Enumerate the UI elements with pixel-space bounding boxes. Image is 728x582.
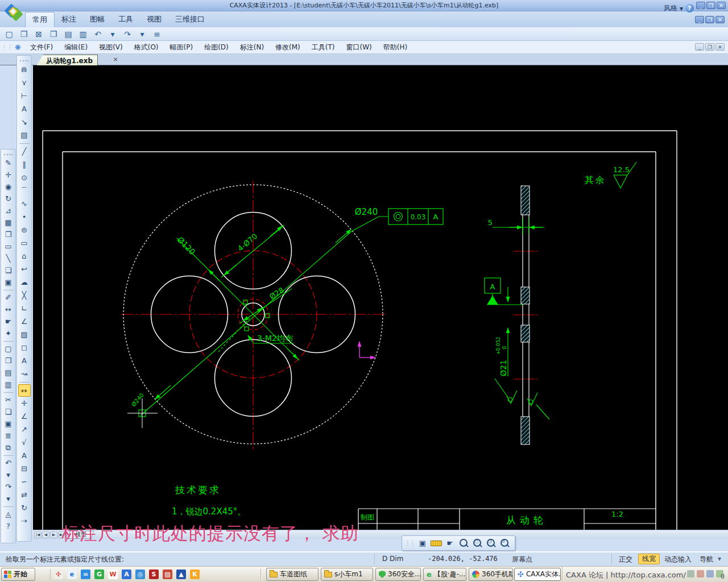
leader-icon[interactable]: ↝ xyxy=(18,368,31,380)
arrow-text-icon[interactable]: ⇢ xyxy=(18,515,31,527)
tray-icon[interactable] xyxy=(706,570,714,577)
toolbar-grip[interactable] xyxy=(4,154,13,155)
doc-alert-icon[interactable]: ◬ xyxy=(2,509,15,520)
new-doc-icon[interactable]: ▢ xyxy=(3,30,15,39)
document-close-icon[interactable]: × xyxy=(111,56,119,64)
style-dropdown[interactable]: 风格 ▾ ? xyxy=(664,3,694,13)
menu-item-1[interactable]: 文件(F) xyxy=(24,41,59,54)
save-file-icon[interactable]: ▤ xyxy=(2,367,15,379)
spline-icon[interactable]: ∿ xyxy=(18,198,31,210)
doc-minimize-button[interactable]: _ xyxy=(695,43,704,51)
redo-more-icon[interactable]: ▾ xyxy=(2,493,15,505)
zoom-all-icon[interactable]: ❏ xyxy=(485,538,497,549)
solidworks-icon[interactable]: S xyxy=(149,569,159,579)
doc-close-button[interactable]: ✕ xyxy=(715,43,725,51)
redo-icon[interactable]: ↷ xyxy=(2,481,15,493)
measure-ruler-icon[interactable] xyxy=(431,541,442,546)
hatch-icon[interactable]: ▨ xyxy=(18,329,31,341)
menu-item-9[interactable]: 工具(T) xyxy=(306,41,341,54)
dim-edit-icon[interactable]: ✐ xyxy=(2,292,15,304)
command-prompt[interactable]: 拾取另一个标注元素或指定尺寸线位置: xyxy=(6,555,124,564)
taskbar-button-app-caxa[interactable]: ✣CAXA实体... xyxy=(514,568,561,581)
quick-dim-icon[interactable]: ⊢ xyxy=(18,90,31,102)
help-icon[interactable]: ? xyxy=(685,4,694,13)
document-tab[interactable]: 从动轮g1.exb xyxy=(36,55,98,65)
taskbar-button-folder-lane-drawings[interactable]: 车道图纸 xyxy=(266,568,318,581)
redo-dropdown-icon[interactable]: ▾ xyxy=(136,30,148,39)
smart-dim-icon[interactable]: ↔ xyxy=(18,384,31,397)
toolbar-grip[interactable] xyxy=(20,60,28,61)
construction-line-icon[interactable]: ╳ xyxy=(18,289,31,302)
menu-item-4[interactable]: 格式(O) xyxy=(129,41,164,54)
layers-icon[interactable]: ≣ xyxy=(2,430,15,442)
dynamic-input-toggle[interactable]: 动态输入 xyxy=(664,555,692,564)
customize-icon[interactable]: ≡ xyxy=(151,30,163,39)
blue-app-icon[interactable]: ▲ xyxy=(176,569,186,579)
undo-more-icon[interactable]: ▾ xyxy=(2,469,15,481)
copy-icon[interactable]: ❏ xyxy=(2,406,15,418)
swirl-app-icon[interactable]: ◎ xyxy=(135,569,145,579)
menu-grip[interactable]: ⋮⋮ xyxy=(2,44,13,51)
stamp-tool-icon[interactable]: ✦ xyxy=(2,328,15,339)
zoom-window-icon[interactable]: ▢ xyxy=(471,538,483,549)
compass-a-icon[interactable]: A xyxy=(122,569,131,579)
display-settings-icon[interactable]: ▣ xyxy=(417,538,428,549)
snap-magnet-icon[interactable]: ⋒ xyxy=(18,64,31,76)
nav-dropdown-icon[interactable]: ▾ xyxy=(718,555,721,563)
ortho-toggle[interactable]: 正交 xyxy=(619,555,632,564)
ribbon-close-button[interactable]: ✕ xyxy=(715,16,725,23)
array-icon[interactable]: ▦ xyxy=(2,217,15,228)
undo-icon[interactable]: ↶ xyxy=(2,458,15,469)
close-button[interactable]: ✕ xyxy=(717,2,726,9)
antivirus-pinwheel-icon[interactable]: ✣ xyxy=(53,569,63,579)
solidworks-docs-icon[interactable]: ▨ xyxy=(163,569,172,579)
menu-item-2[interactable]: 编辑(E) xyxy=(59,41,93,54)
print-icon[interactable]: ▥ xyxy=(77,30,89,39)
stretch-icon[interactable]: ▭ xyxy=(2,241,15,252)
menu-item-11[interactable]: 帮助(H) xyxy=(378,41,413,54)
word-w-icon[interactable]: W xyxy=(108,569,118,579)
hook-curve-icon[interactable]: ↩ xyxy=(18,263,31,276)
toolbar-grip[interactable]: ⋮⋮ xyxy=(404,539,415,547)
split-curve-icon[interactable]: ⋎ xyxy=(18,77,31,89)
leader-text-icon[interactable]: ↗ xyxy=(18,423,31,436)
balloon-icon[interactable]: ⊟ xyxy=(18,463,31,475)
pick-hand-icon[interactable]: ☛ xyxy=(2,316,15,327)
label-tag-icon[interactable]: ◻ xyxy=(18,342,31,354)
ribbon-tab-6[interactable]: 三维接口 xyxy=(168,12,212,27)
datum-icon[interactable]: A xyxy=(18,450,31,462)
parallel-line-icon[interactable]: ∥ xyxy=(18,159,31,171)
browser-360-icon[interactable]: ∞ xyxy=(81,569,90,579)
sheet-note-icon[interactable]: ▤ xyxy=(18,129,31,142)
menu-item-10[interactable]: 窗口(W) xyxy=(341,41,378,54)
title-bar[interactable]: CAXA实体设计2013 - [E:\student\无碳小车\无碳小车2011… xyxy=(0,0,728,11)
zoom-back-icon[interactable]: ↺ xyxy=(499,538,510,549)
drawing-canvas[interactable]: Ø240 0.03 A Ø120 4-Ø70 Ø28 3-M2均布 Ø240 5… xyxy=(33,65,728,530)
chamfer-dim-icon[interactable]: ∠ xyxy=(18,410,31,423)
check-dim-icon[interactable]: √ xyxy=(18,436,31,449)
open-file-icon[interactable]: ❒ xyxy=(2,355,15,367)
text-icon[interactable]: A xyxy=(18,103,31,115)
nav-toggle[interactable]: 导航 xyxy=(700,555,713,564)
start-button[interactable]: 开始 xyxy=(1,568,35,581)
screen-point-toggle[interactable]: 屏幕点 xyxy=(512,555,532,564)
ribbon-restore-button[interactable]: ❐ xyxy=(705,16,714,23)
close-doc-icon[interactable]: ⊠ xyxy=(33,30,44,39)
zoom-dynamic-icon[interactable] xyxy=(458,538,469,549)
redo-icon[interactable]: ↷ xyxy=(122,30,133,39)
ribbon-minimize-button[interactable]: _ xyxy=(695,16,704,23)
text-block-icon[interactable]: A xyxy=(18,355,31,367)
paste-icon[interactable]: ▣ xyxy=(2,418,15,430)
undo-icon[interactable]: ↶ xyxy=(92,30,104,39)
cad-drawing[interactable]: Ø240 0.03 A Ø120 4-Ø70 Ø28 3-M2均布 Ø240 5… xyxy=(33,65,728,530)
dim-arrows-icon[interactable]: ↔ xyxy=(2,304,15,315)
cut-icon[interactable]: ✂ xyxy=(2,394,15,406)
ribbon-tab-1[interactable]: 常用 xyxy=(25,12,55,27)
sheet-nav-2[interactable]: ◀ xyxy=(42,531,49,538)
menu-item-6[interactable]: 绘图(D) xyxy=(198,41,234,54)
new-file-icon[interactable]: ▢ xyxy=(2,343,15,355)
polygon-icon[interactable]: ⌂ xyxy=(18,250,31,263)
circle-icon[interactable]: ⊙ xyxy=(18,172,31,184)
mirror-icon[interactable]: ⊿ xyxy=(2,205,15,217)
tray-icon[interactable] xyxy=(697,570,704,577)
